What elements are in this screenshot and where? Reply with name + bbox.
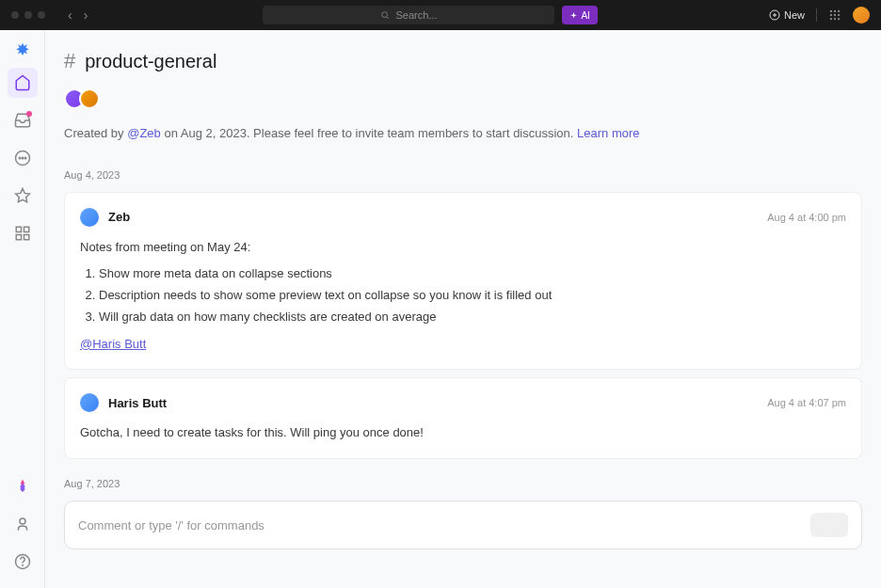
sidebar-profile[interactable] (8, 509, 38, 539)
svg-line-1 (387, 17, 389, 19)
nav-arrows: ‹ › (64, 6, 91, 24)
ai-button[interactable]: AI (562, 6, 597, 24)
svg-rect-21 (16, 235, 21, 240)
svg-point-16 (22, 157, 24, 159)
window-controls (11, 11, 45, 19)
send-button[interactable] (810, 513, 848, 537)
list-item: Will grab data on how many checklists ar… (99, 308, 846, 327)
learn-more-link[interactable]: Learn more (577, 126, 639, 140)
home-icon (14, 74, 31, 91)
content-area: # product-general Created by @Zeb on Aug… (45, 30, 881, 588)
minimize-window[interactable] (24, 11, 32, 19)
comment-composer[interactable]: Comment or type '/' for commands (64, 501, 862, 549)
svg-point-5 (830, 10, 832, 12)
sidebar-upgrade[interactable] (8, 471, 38, 501)
author-name: Haris Butt (108, 396, 167, 410)
divider (816, 8, 817, 22)
channel-header: # product-general (64, 49, 862, 73)
message-body: Notes from meeting on May 24: Show more … (80, 238, 846, 355)
svg-point-9 (834, 14, 836, 16)
new-label: New (784, 9, 805, 21)
help-icon (14, 553, 31, 570)
notification-dot (26, 111, 32, 117)
svg-point-17 (24, 157, 26, 159)
user-mention[interactable]: @Haris Butt (80, 337, 146, 351)
message-text: Notes from meeting on May 24: (80, 238, 846, 258)
sidebar-dashboards[interactable] (8, 218, 38, 248)
svg-rect-19 (16, 227, 21, 231)
close-window[interactable] (11, 11, 19, 19)
member-avatar (79, 88, 100, 109)
app-logo-icon[interactable] (13, 41, 32, 60)
svg-marker-18 (15, 189, 29, 202)
svg-point-25 (22, 564, 23, 565)
composer-placeholder: Comment or type '/' for commands (78, 518, 264, 532)
more-horizontal-icon (14, 150, 31, 167)
list-item: Description needs to show some preview t… (99, 286, 846, 306)
svg-point-23 (20, 518, 25, 524)
new-button[interactable]: New (769, 9, 805, 21)
message-timestamp: Aug 4 at 4:07 pm (767, 397, 846, 408)
date-separator: Aug 7, 2023 (64, 478, 862, 489)
sidebar-inbox[interactable] (8, 105, 38, 135)
message-card: Haris Butt Aug 4 at 4:07 pm Gotcha, I ne… (64, 377, 862, 459)
member-avatars[interactable] (64, 88, 862, 109)
sidebar (0, 30, 45, 588)
author-name: Zeb (108, 210, 130, 224)
sidebar-favorites[interactable] (8, 181, 38, 211)
topbar: ‹ › Search... AI New (0, 0, 881, 30)
search-placeholder: Search... (395, 9, 437, 21)
nav-back-icon[interactable]: ‹ (64, 6, 76, 24)
channel-description: Created by @Zeb on Aug 2, 2023. Please f… (64, 124, 862, 143)
user-icon (14, 516, 31, 532)
svg-point-8 (830, 14, 832, 16)
svg-point-7 (838, 10, 840, 12)
rocket-icon (14, 478, 31, 495)
svg-point-10 (838, 14, 840, 16)
message-body: Gotcha, I need to create tasks for this.… (80, 423, 846, 443)
svg-rect-22 (24, 235, 28, 240)
svg-point-12 (834, 18, 836, 20)
svg-point-11 (830, 18, 832, 20)
svg-point-15 (19, 157, 21, 159)
list-item: Show more meta data on collapse sections (99, 264, 846, 284)
grid-icon (14, 225, 31, 242)
channel-title: product-general (85, 51, 216, 72)
message-timestamp: Aug 4 at 4:00 pm (767, 212, 846, 223)
star-icon (14, 187, 31, 204)
date-separator: Aug 4, 2023 (64, 169, 862, 181)
plus-circle-icon (769, 9, 780, 21)
search-icon (380, 10, 390, 20)
hash-icon: # (64, 49, 75, 73)
svg-point-0 (382, 12, 388, 18)
sidebar-more[interactable] (8, 143, 38, 173)
message-card: Zeb Aug 4 at 4:00 pm Notes from meeting … (64, 192, 862, 371)
apps-grid-icon[interactable] (828, 8, 841, 22)
user-avatar[interactable] (853, 7, 870, 24)
svg-rect-20 (24, 227, 28, 231)
creator-mention[interactable]: @Zeb (127, 126, 161, 140)
author-avatar (80, 393, 99, 412)
nav-forward-icon[interactable]: › (80, 6, 92, 24)
ai-label: AI (581, 10, 589, 21)
author-avatar (80, 208, 99, 227)
sidebar-home[interactable] (8, 68, 38, 98)
sparkle-icon (569, 11, 578, 20)
sidebar-help[interactable] (8, 547, 38, 577)
svg-point-13 (838, 18, 840, 20)
maximize-window[interactable] (38, 11, 45, 19)
svg-point-6 (834, 10, 836, 12)
search-input[interactable]: Search... (263, 6, 554, 24)
